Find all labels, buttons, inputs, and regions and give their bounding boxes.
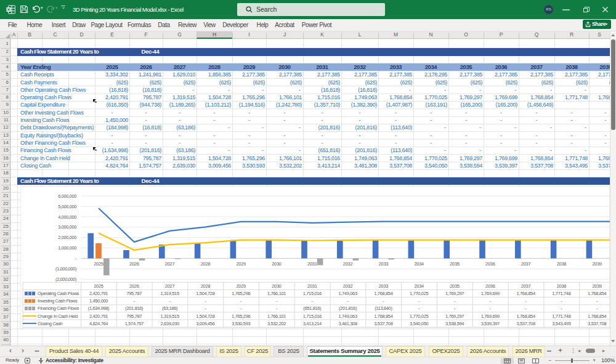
svg-text:1,765,296: 1,765,296 xyxy=(232,313,250,319)
svg-text:3,537,708: 3,537,708 xyxy=(588,321,606,326)
svg-text:Financing Cash Flows: Financing Cash Flows xyxy=(38,305,79,311)
svg-text:2029: 2029 xyxy=(236,283,246,289)
svg-text:1,749,063: 1,749,063 xyxy=(338,313,357,319)
svg-text:1,504,728: 1,504,728 xyxy=(196,313,214,319)
svg-text:2037: 2037 xyxy=(521,261,531,267)
svg-text:1,769,699: 1,769,699 xyxy=(481,313,500,319)
svg-text:1,768,854: 1,768,854 xyxy=(588,313,606,319)
svg-text:1,450,000: 1,450,000 xyxy=(89,298,108,304)
svg-text:2036: 2036 xyxy=(485,261,495,267)
svg-text:1,770,025: 1,770,025 xyxy=(410,291,428,296)
svg-text:(1,634,998): (1,634,998) xyxy=(88,305,110,311)
svg-text:2038: 2038 xyxy=(557,261,567,267)
svg-text:2,000,000: 2,000,000 xyxy=(58,235,76,240)
svg-text:(63,186): (63,186) xyxy=(162,305,178,311)
svg-text:4,824,764: 4,824,764 xyxy=(89,321,108,326)
svg-text:1,768,854: 1,768,854 xyxy=(516,291,535,296)
svg-text:2025: 2025 xyxy=(94,261,103,267)
svg-text:2032: 2032 xyxy=(343,261,353,267)
svg-text:1,769,297: 1,769,297 xyxy=(445,313,464,319)
svg-text:2035: 2035 xyxy=(450,261,460,267)
svg-text:1,765,296: 1,765,296 xyxy=(232,291,250,296)
svg-text:2034: 2034 xyxy=(414,261,424,267)
svg-text:2030: 2030 xyxy=(272,261,282,267)
svg-text:2032: 2032 xyxy=(343,283,353,289)
svg-text:1,768,854: 1,768,854 xyxy=(588,291,606,296)
svg-text:2031: 2031 xyxy=(307,261,317,267)
svg-text:3,481,308: 3,481,308 xyxy=(338,321,357,326)
svg-text:2028: 2028 xyxy=(201,261,211,267)
svg-text:5,000,000: 5,000,000 xyxy=(58,204,76,209)
svg-text:3,537,708: 3,537,708 xyxy=(374,321,392,326)
svg-text:1,749,063: 1,749,063 xyxy=(338,291,357,296)
svg-text:4,000,000: 4,000,000 xyxy=(58,214,76,220)
svg-text:1,574,757: 1,574,757 xyxy=(125,321,144,326)
svg-text:3,009,456: 3,009,456 xyxy=(196,321,214,326)
svg-text:1,319,515: 1,319,515 xyxy=(160,313,179,319)
svg-text:2026: 2026 xyxy=(129,261,139,267)
svg-text:1,766,101: 1,766,101 xyxy=(267,313,286,319)
svg-text:Change In Cash Held: Change In Cash Held xyxy=(38,313,78,319)
svg-text:2,420,791: 2,420,791 xyxy=(89,291,108,296)
svg-text:3,539,397: 3,539,397 xyxy=(481,321,500,326)
svg-text:3,543,495: 3,543,495 xyxy=(552,321,570,326)
svg-text:1,000,000: 1,000,000 xyxy=(58,245,76,251)
svg-text:1,771,748: 1,771,748 xyxy=(552,313,570,319)
svg-text:2033: 2033 xyxy=(379,283,389,289)
svg-text:2035: 2035 xyxy=(450,283,460,289)
svg-text:2026: 2026 xyxy=(129,283,139,289)
svg-text:Operating Cash Flows: Operating Cash Flows xyxy=(38,291,79,296)
svg-text:1,766,101: 1,766,101 xyxy=(267,291,286,296)
svg-text:3,532,202: 3,532,202 xyxy=(267,321,286,326)
svg-text:3,537,708: 3,537,708 xyxy=(516,321,535,326)
svg-text:3,538,594: 3,538,594 xyxy=(445,321,464,326)
svg-text:Closing Cash: Closing Cash xyxy=(38,321,63,326)
svg-text:(201,816): (201,816) xyxy=(339,305,357,311)
svg-text:1,769,297: 1,769,297 xyxy=(445,291,464,296)
svg-text:795,787: 795,787 xyxy=(126,313,142,319)
svg-text:2034: 2034 xyxy=(414,283,424,289)
svg-text:2033: 2033 xyxy=(379,261,389,267)
svg-text:1,319,515: 1,319,515 xyxy=(160,291,179,296)
svg-text:(201,816): (201,816) xyxy=(125,305,144,311)
svg-text:1,504,728: 1,504,728 xyxy=(196,291,214,296)
svg-text:2030: 2030 xyxy=(272,283,282,289)
svg-text:2039: 2039 xyxy=(592,261,602,267)
svg-text:6,000,000: 6,000,000 xyxy=(58,193,76,199)
svg-text:3,530,593: 3,530,593 xyxy=(232,321,250,326)
svg-text:1,769,699: 1,769,699 xyxy=(481,291,500,296)
svg-text:795,787: 795,787 xyxy=(126,291,142,296)
svg-text:1,715,016: 1,715,016 xyxy=(303,291,322,296)
svg-text:1,715,016: 1,715,016 xyxy=(303,313,322,319)
svg-text:(113,640): (113,640) xyxy=(375,305,392,311)
svg-text:2028: 2028 xyxy=(201,283,211,289)
svg-text:2031: 2031 xyxy=(307,283,317,289)
svg-text:2039: 2039 xyxy=(592,283,602,289)
svg-text:(2,000,000): (2,000,000) xyxy=(55,277,77,282)
svg-text:1,768,854: 1,768,854 xyxy=(516,313,535,319)
svg-text:3,413,214: 3,413,214 xyxy=(303,321,322,326)
svg-text:2,420,791: 2,420,791 xyxy=(89,313,108,319)
svg-text:1,770,025: 1,770,025 xyxy=(410,313,428,319)
svg-text:1,771,748: 1,771,748 xyxy=(552,291,570,296)
svg-text:3,540,050: 3,540,050 xyxy=(410,321,428,326)
svg-text:1,768,854: 1,768,854 xyxy=(374,291,392,296)
svg-text:2037: 2037 xyxy=(521,283,531,289)
svg-text:3,000,000: 3,000,000 xyxy=(58,224,76,230)
svg-text:(1,000,000): (1,000,000) xyxy=(55,266,77,272)
svg-text:2027: 2027 xyxy=(165,283,175,289)
svg-text:2036: 2036 xyxy=(485,283,495,289)
svg-text:Investing Cash Flows: Investing Cash Flows xyxy=(38,298,78,304)
svg-text:2027: 2027 xyxy=(165,261,175,267)
svg-text:1,768,854: 1,768,854 xyxy=(374,313,392,319)
svg-text:(651,816): (651,816) xyxy=(303,305,322,311)
svg-text:2,639,030: 2,639,030 xyxy=(160,321,179,326)
svg-text:2029: 2029 xyxy=(236,261,246,267)
svg-text:2038: 2038 xyxy=(557,283,567,289)
svg-text:2025: 2025 xyxy=(94,283,103,289)
